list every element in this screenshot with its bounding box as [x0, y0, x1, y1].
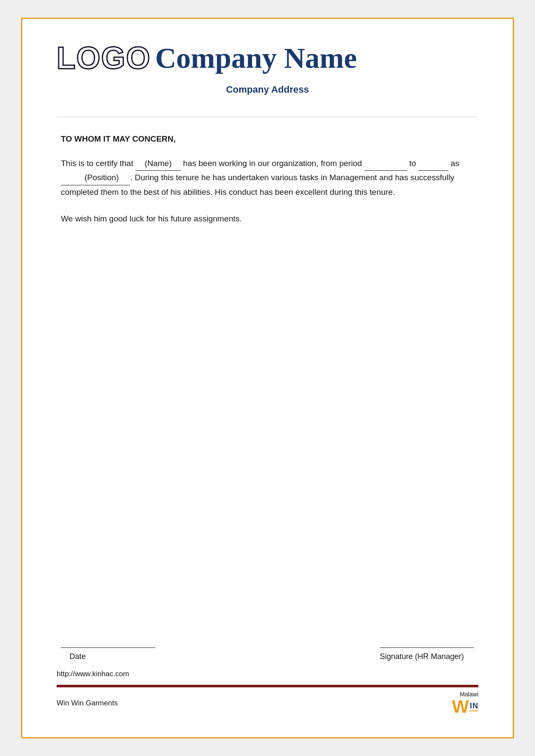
- footer-bar: [57, 685, 478, 687]
- win-underline: [470, 711, 478, 711]
- logo-text: LOGO: [57, 40, 151, 76]
- signature-block: Signature (HR Manager): [380, 647, 474, 661]
- company-address-row: Company Address: [57, 84, 478, 95]
- win-win-logo: Malawi W IN: [452, 691, 478, 716]
- as-blank: [61, 171, 84, 185]
- footer-company-name: Win Win Garments: [57, 699, 118, 708]
- signature-label: Signature (HR Manager): [380, 652, 464, 661]
- name-blank: (Name): [135, 157, 181, 171]
- document-page: LOGO Company Name Company Address TO WHO…: [21, 18, 514, 738]
- date-label: Date: [61, 652, 86, 661]
- win-logo-graphic: W IN: [452, 698, 478, 716]
- win-in-block: IN: [470, 702, 478, 711]
- sig-line: [380, 647, 474, 648]
- logo-company-row: LOGO Company Name: [57, 40, 357, 76]
- win-w-letter: W: [452, 698, 469, 716]
- period-from-blank: [364, 157, 407, 171]
- salutation: TO WHOM IT MAY CONCERN,: [61, 134, 474, 144]
- win-text: IN: [470, 702, 478, 710]
- website-text: http://www.kinhac.com: [57, 670, 478, 678]
- period-to-blank: [418, 157, 448, 171]
- footer-section: http://www.kinhac.com Win Win Garments M…: [57, 661, 478, 716]
- footer-bottom: Win Win Garments Malawi W IN: [57, 691, 478, 716]
- date-block: Date: [61, 647, 155, 661]
- header-divider: [57, 117, 478, 117]
- content-section: TO WHOM IT MAY CONCERN, This is to certi…: [57, 134, 478, 613]
- header-section: LOGO Company Name Company Address: [57, 40, 478, 108]
- company-address: Company Address: [226, 84, 309, 95]
- position-blank: (Position): [84, 171, 130, 185]
- date-line: [61, 647, 155, 648]
- body-paragraph: This is to certify that (Name) has been …: [61, 157, 474, 199]
- signature-section: Date Signature (HR Manager): [57, 647, 478, 661]
- wish-paragraph: We wish him good luck for his future ass…: [61, 212, 474, 226]
- company-name: Company Name: [155, 41, 357, 75]
